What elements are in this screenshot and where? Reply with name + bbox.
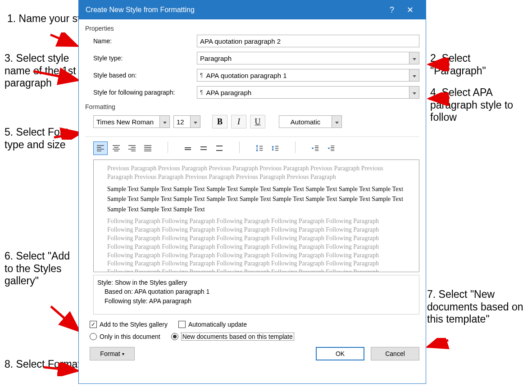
cancel-button[interactable]: Cancel	[371, 347, 419, 360]
svg-line-7	[429, 98, 450, 99]
underline-button[interactable]: U	[250, 115, 265, 128]
add-to-gallery-label: Add to the Styles gallery	[100, 321, 168, 328]
chevron-down-icon[interactable]	[190, 116, 200, 128]
preview-following: Following Paragraph Following Paragraph …	[107, 217, 405, 272]
chevron-down-icon[interactable]	[332, 116, 341, 128]
increase-indent-button[interactable]	[324, 141, 338, 155]
name-input[interactable]	[197, 35, 419, 47]
style-description: Style: Show in the Styles gallery Based …	[93, 275, 419, 315]
italic-button[interactable]: I	[231, 115, 246, 128]
based-on-dropdown[interactable]: ¶APA quotation paragraph 1	[197, 69, 419, 82]
chevron-down-icon[interactable]	[409, 52, 419, 64]
style-type-dropdown[interactable]: Paragraph	[197, 52, 419, 64]
annotation-7: 7. Select "New documents based on this t…	[427, 288, 524, 326]
dialog-title: Create New Style from Formatting	[86, 6, 383, 14]
color-value: Automatic	[279, 116, 332, 128]
svg-line-2	[33, 71, 78, 80]
preview-pane: Previous Paragraph Previous Paragraph Pr…	[93, 160, 419, 272]
arrow-3	[32, 68, 82, 86]
linespace-2-button[interactable]	[212, 141, 227, 155]
style-type-value: Paragraph	[197, 52, 409, 64]
auto-update-checkbox[interactable]: Automatically update	[178, 321, 247, 328]
preview-sample: Sample Text Sample Text Sample Text Samp…	[107, 184, 405, 214]
svg-line-3	[54, 133, 81, 137]
new-docs-template-radio[interactable]: New documents based on this template	[171, 333, 294, 341]
svg-line-1	[50, 35, 77, 46]
style-info-line2: Based on: APA quotation paragraph 1	[97, 287, 415, 296]
arrow-4	[427, 92, 452, 106]
style-info-line1: Style: Show in the Styles gallery	[97, 278, 415, 287]
section-properties: Properties	[85, 25, 419, 32]
style-info-line3: Following style: APA paragraph	[97, 296, 415, 305]
svg-line-8	[427, 340, 448, 347]
preview-previous: Previous Paragraph Previous Paragraph Pr…	[107, 164, 405, 182]
chevron-down-icon[interactable]	[159, 116, 169, 128]
section-formatting: Formatting	[85, 103, 419, 110]
label-based-on: Style based on:	[93, 72, 192, 79]
following-value: ¶APA paragraph	[197, 87, 409, 98]
arrow-1	[50, 32, 81, 50]
ok-button[interactable]: OK	[316, 347, 364, 360]
size-dropdown[interactable]: 12	[173, 115, 200, 128]
help-icon[interactable]: ?	[383, 5, 401, 15]
only-this-doc-label: Only in this document	[100, 333, 160, 340]
space-before-dec-button[interactable]	[268, 141, 282, 155]
align-center-button[interactable]	[109, 141, 123, 155]
size-value: 12	[174, 116, 190, 128]
linespace-1-button[interactable]	[181, 141, 195, 155]
svg-line-5	[44, 367, 78, 371]
titlebar: Create New Style from Formatting ? ✕	[79, 0, 426, 19]
auto-update-label: Automatically update	[188, 321, 247, 328]
arrow-7	[426, 338, 450, 351]
arrow-2	[427, 58, 452, 71]
svg-line-4	[51, 306, 79, 331]
arrow-6	[49, 304, 82, 336]
label-name: Name:	[93, 37, 192, 45]
based-on-value: ¶APA quotation paragraph 1	[197, 69, 409, 81]
chevron-down-icon[interactable]	[409, 87, 419, 98]
add-to-gallery-checkbox[interactable]: ✓Add to the Styles gallery	[90, 321, 168, 328]
annotation-6: 6. Select "Add to the Styles gallery"	[5, 250, 72, 287]
bold-button[interactable]: B	[212, 115, 227, 128]
align-left-button[interactable]	[93, 141, 108, 155]
only-this-doc-radio[interactable]: Only in this document	[90, 333, 160, 340]
close-icon[interactable]: ✕	[401, 5, 419, 15]
font-dropdown[interactable]: Times New Roman	[93, 115, 170, 128]
align-justify-button[interactable]	[141, 141, 155, 155]
font-color-dropdown[interactable]: Automatic	[279, 115, 342, 128]
format-button[interactable]: Format▾	[90, 347, 135, 360]
label-style-type: Style type:	[93, 55, 192, 62]
chevron-down-icon[interactable]	[409, 69, 419, 81]
label-following: Style for following paragraph:	[93, 89, 192, 96]
linespace-15-button[interactable]	[196, 141, 211, 155]
dialog-create-style: Create New Style from Formatting ? ✕ Pro…	[78, 0, 426, 384]
space-before-inc-button[interactable]	[252, 141, 267, 155]
font-value: Times New Roman	[94, 116, 159, 128]
new-docs-template-label: New documents based on this template	[181, 333, 294, 341]
decrease-indent-button[interactable]	[308, 141, 323, 155]
align-right-button[interactable]	[125, 141, 139, 155]
arrow-8	[43, 363, 81, 376]
following-dropdown[interactable]: ¶APA paragraph	[197, 86, 419, 99]
